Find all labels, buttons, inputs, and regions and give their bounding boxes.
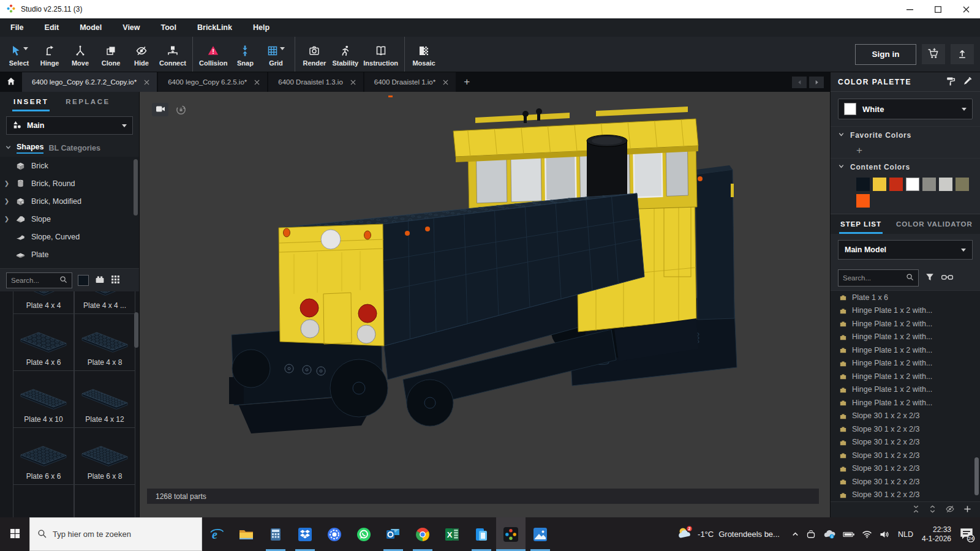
step-list-item[interactable]: Slope 30 1 x 2 x 2/3 [831,489,980,502]
taskbar-app-dropbox[interactable] [290,517,320,551]
collapse-chevron-icon[interactable] [5,144,12,152]
parts-search-input[interactable]: Search... [6,272,72,288]
close-tab-icon[interactable] [350,80,356,85]
close-button[interactable] [952,0,980,18]
taskbar-weather[interactable]: 2 -1°C Grotendeels be... [677,525,785,543]
content-color-swatch[interactable] [922,178,936,191]
taskbar-app-studio[interactable] [496,517,526,551]
category-item-partial[interactable] [0,263,139,268]
menu-item-help[interactable]: Help [243,18,280,37]
menu-item-bricklink[interactable]: BrickLink [187,18,243,37]
active-color-swatch[interactable] [78,275,89,286]
tool-select-button[interactable]: Select [4,42,34,67]
step-list-item[interactable]: Hinge Plate 1 x 2 with... [831,343,980,357]
tool-collision-button[interactable]: Collision [197,42,230,67]
taskbar-app-your-phone[interactable] [467,517,496,551]
collapse-all-icon[interactable] [912,505,920,515]
document-tab-1[interactable]: 6400 lego_Copy 6.2.5.io* [158,72,267,92]
step-list-item[interactable]: Slope 30 1 x 2 x 2/3 [831,422,980,436]
content-color-swatch[interactable] [856,178,870,191]
scrollbar-thumb[interactable] [134,159,138,216]
taskbar-app-outlook[interactable] [379,517,408,551]
eyedropper-icon[interactable] [962,76,973,88]
step-list-item[interactable]: Hinge Plate 1 x 2 with... [831,383,980,397]
color-dropdown[interactable]: White [838,99,973,119]
tool-mosaic-button[interactable]: Mosaic [409,42,439,67]
step-list-item[interactable]: Hinge Plate 1 x 2 with... [831,396,980,410]
taskbar-app-calculator[interactable] [261,517,290,551]
taskbar-clock[interactable]: 22:334-1-2026 [922,525,951,544]
expand-chevron-icon[interactable]: ❯ [4,180,10,187]
step-list-item[interactable]: Slope 30 1 x 2 x 2/3 [831,449,980,462]
expand-chevron-icon[interactable]: ❯ [4,198,10,204]
add-favorite-color-button[interactable]: + [831,143,980,158]
hide-step-icon[interactable] [945,505,955,515]
taskbar-app-internet-explorer[interactable]: e [202,517,232,551]
tool-hide-button[interactable]: Hide [126,42,157,67]
step-list-item[interactable]: Hinge Plate 1 x 2 with... [831,304,980,318]
onedrive-icon[interactable]: i [823,530,836,539]
part-item[interactable]: Plate 4 x 4 [13,291,74,314]
content-colors-section[interactable]: Content Colors [831,158,980,175]
cart-button[interactable] [922,44,945,64]
close-tab-icon[interactable] [254,80,260,85]
content-color-swatch[interactable] [889,178,903,191]
document-tab-3[interactable]: 6400 Draaistel 1.io* [364,72,456,92]
close-tab-icon[interactable] [144,80,149,85]
category-item-brick-round[interactable]: ❯Brick, Round [0,174,139,192]
content-color-swatch[interactable] [956,178,969,191]
chevron-down-icon[interactable] [23,47,28,50]
filter-icon[interactable] [925,272,935,283]
start-button[interactable] [0,517,29,551]
tool-connect-button[interactable]: Connect [157,42,189,67]
part-item[interactable]: Plate 6 x 8 [74,427,135,485]
tab-bl-categories[interactable]: BL Categories [48,144,100,152]
taskbar-search-input[interactable]: Typ hier om te zoeken [29,517,202,551]
menu-item-model[interactable]: Model [69,18,112,37]
rotation-lock-button[interactable] [175,103,187,118]
category-item-brick[interactable]: Brick [0,157,139,174]
language-indicator[interactable]: NLD [896,530,915,539]
add-step-icon[interactable] [963,505,971,515]
meet-now-icon[interactable] [806,530,816,539]
sign-in-button[interactable]: Sign in [855,44,916,65]
step-list-item[interactable]: Hinge Plate 1 x 2 with... [831,317,980,331]
notification-center-button[interactable]: 24 [958,526,975,543]
step-list-item[interactable]: Hinge Plate 1 x 2 with... [831,370,980,383]
content-color-swatch[interactable] [939,178,952,191]
tool-stability-button[interactable]: Stability [330,42,361,67]
favorite-colors-section[interactable]: Favorite Colors [831,126,980,143]
content-color-swatch[interactable] [856,194,870,208]
document-tab-0[interactable]: 6400 lego_Copy 6.2.7.2_Copy.io* [22,72,157,92]
part-item[interactable]: Plate 6 x 6 [13,427,74,485]
menu-item-file[interactable]: File [0,18,34,37]
taskbar-app-chrome[interactable] [408,517,437,551]
content-color-swatch[interactable] [906,178,919,191]
category-item-plate[interactable]: Plate [0,246,139,263]
close-tab-icon[interactable] [443,80,448,85]
tab-step-list[interactable]: STEP LIST [833,214,889,234]
scrollbar-thumb[interactable] [134,312,138,348]
tab-insert[interactable]: INSERT [5,92,57,111]
step-list-item[interactable]: Hinge Plate 1 x 2 with... [831,331,980,344]
paint-roller-icon[interactable] [946,76,956,88]
scrollbar-thumb[interactable] [974,457,979,495]
tool-render-button[interactable]: Render [299,42,330,67]
part-item[interactable]: Plate 4 x 6 [13,313,74,371]
minimize-button[interactable] [895,0,924,18]
menu-item-tool[interactable]: Tool [151,18,187,37]
home-button[interactable] [0,72,22,92]
part-item[interactable]: Plate 4 x 8 [74,313,135,371]
new-tab-button[interactable]: + [457,72,477,92]
tool-snap-button[interactable]: Snap [230,42,260,67]
battery-icon[interactable] [843,531,855,538]
camera-view-button[interactable] [152,103,168,116]
taskbar-app-whatsapp[interactable] [349,517,379,551]
grid-view-icon[interactable] [111,275,120,286]
tab-scroll-right-button[interactable] [809,77,824,88]
category-item-brick-modified[interactable]: ❯Brick, Modified [0,192,139,210]
step-list-item[interactable]: Slope 30 1 x 2 x 2/3 [831,475,980,489]
content-color-swatch[interactable] [873,178,886,191]
show-hidden-icons-chevron[interactable] [791,530,799,538]
tab-shapes[interactable]: Shapes [17,143,43,154]
